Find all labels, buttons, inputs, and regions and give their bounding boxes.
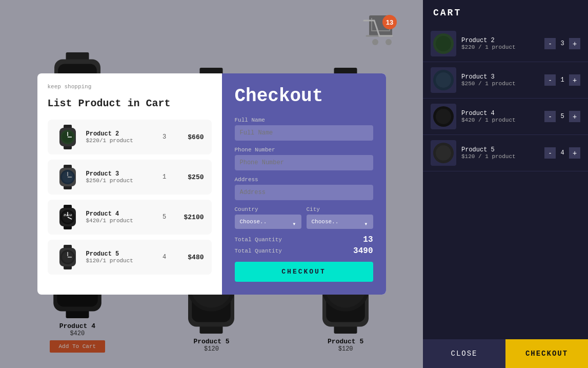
cart-icon-area[interactable]: 13 bbox=[359, 13, 400, 54]
sidebar-item-name-1: Product 3 bbox=[461, 73, 539, 81]
svg-point-60 bbox=[386, 39, 392, 45]
city-select[interactable]: Choose.. bbox=[307, 215, 373, 229]
sidebar-watch-0 bbox=[431, 31, 456, 56]
cart-row-3: Product 5 $120/1 product 4 $480 bbox=[48, 240, 212, 275]
country-city-row: Country Choose.. City Choose.. bbox=[235, 206, 373, 235]
svg-point-68 bbox=[436, 109, 451, 124]
sidebar-qty-increase-2[interactable]: + bbox=[569, 111, 580, 122]
svg-point-59 bbox=[372, 39, 378, 45]
keep-shopping-link[interactable]: keep shopping bbox=[48, 84, 212, 90]
sidebar-qty-increase-0[interactable]: + bbox=[569, 38, 580, 49]
close-button[interactable]: CLOSE bbox=[423, 339, 505, 368]
sidebar-item-name-3: Product 5 bbox=[461, 146, 539, 153]
country-label: Country bbox=[235, 206, 301, 212]
cart-item-total-3: $480 bbox=[176, 254, 204, 261]
sidebar-qty-value-2: 5 bbox=[558, 113, 566, 120]
sidebar-qty-increase-3[interactable]: + bbox=[569, 147, 580, 159]
full-name-label: Full Name bbox=[235, 117, 373, 123]
svg-point-64 bbox=[436, 36, 451, 51]
total-price-row: Total Quantity 3490 bbox=[235, 246, 373, 256]
sidebar-item-2: Product 4 $420 / 1 product - 5 + bbox=[423, 99, 588, 135]
modal-right: Checkout Full Name Phone Number Address … bbox=[222, 73, 386, 295]
cart-item-qty-2: 5 bbox=[159, 214, 170, 221]
phone-input[interactable] bbox=[235, 155, 373, 170]
cart-item-name-2: Product 4 bbox=[86, 210, 153, 218]
cart-row-2: ZULU Product 4 $420/1 product 5 $2100 bbox=[48, 200, 212, 235]
sidebar-qty-value-0: 3 bbox=[558, 40, 566, 47]
sidebar-item-1: Product 3 $250 / 1 product - 1 + bbox=[423, 62, 588, 99]
cart-item-qty-3: 4 bbox=[159, 254, 170, 261]
cart-watch-thumb-3 bbox=[55, 245, 80, 269]
sidebar-qty-controls-0: - 3 + bbox=[544, 38, 580, 49]
checkout-submit-button[interactable]: CHECKOUT bbox=[235, 262, 373, 282]
total-price-value: 3490 bbox=[353, 246, 373, 256]
sidebar-item-3: Product 5 $120 / 1 product - 4 + bbox=[423, 135, 588, 171]
total-price-label: Total Quantity bbox=[235, 248, 282, 254]
sidebar-qty-controls-2: - 5 + bbox=[544, 111, 580, 122]
cart-item-unit-0: $220/1 product bbox=[86, 138, 153, 144]
sidebar-qty-decrease-2[interactable]: - bbox=[544, 111, 556, 122]
cart-item-unit-1: $250/1 product bbox=[86, 178, 153, 184]
sidebar-item-name-0: Product 2 bbox=[461, 37, 539, 44]
cart-item-total-0: $660 bbox=[176, 133, 204, 141]
sidebar-item-name-2: Product 4 bbox=[461, 110, 539, 117]
cart-row-0: Product 2 $220/1 product 3 $660 bbox=[48, 120, 212, 154]
cart-item-name-1: Product 3 bbox=[86, 170, 153, 178]
checkout-button-sidebar[interactable]: CHECKOUT bbox=[505, 339, 588, 368]
sidebar-qty-increase-1[interactable]: + bbox=[569, 74, 580, 86]
sidebar-item-price-2: $420 / 1 product bbox=[461, 117, 539, 123]
sidebar-watch-1 bbox=[431, 67, 456, 93]
country-col: Country Choose.. bbox=[235, 206, 301, 235]
total-qty-label: Total Quantity bbox=[235, 237, 282, 243]
sidebar-qty-decrease-3[interactable]: - bbox=[544, 147, 556, 159]
country-select[interactable]: Choose.. bbox=[235, 215, 301, 229]
cart-item-name-0: Product 2 bbox=[86, 130, 153, 138]
svg-point-70 bbox=[436, 145, 451, 161]
cart-watch-thumb-1 bbox=[55, 165, 80, 189]
country-select-wrapper: Choose.. bbox=[235, 215, 301, 235]
cart-watch-thumb-0 bbox=[55, 125, 80, 149]
cart-item-unit-3: $120/1 product bbox=[86, 258, 153, 264]
sidebar-title: CART bbox=[423, 0, 588, 26]
modal: keep shopping List Product in Cart Produ… bbox=[37, 73, 386, 295]
sidebar-qty-decrease-0[interactable]: - bbox=[544, 38, 556, 49]
cart-item-qty-0: 3 bbox=[159, 133, 170, 141]
sidebar-qty-controls-1: - 1 + bbox=[544, 74, 580, 86]
address-label: Address bbox=[235, 177, 373, 183]
sidebar-watch-2 bbox=[431, 104, 456, 129]
svg-point-66 bbox=[436, 72, 451, 88]
modal-title: List Product in Cart bbox=[48, 98, 212, 109]
sidebar-item-price-3: $120 / 1 product bbox=[461, 153, 539, 160]
city-select-wrapper: Choose.. bbox=[307, 215, 373, 235]
city-label: City bbox=[307, 206, 373, 212]
modal-left: keep shopping List Product in Cart Produ… bbox=[37, 73, 222, 295]
sidebar-item-price-0: $220 / 1 product bbox=[461, 44, 539, 50]
modal-overlay: keep shopping List Product in Cart Produ… bbox=[0, 0, 423, 368]
full-name-input[interactable] bbox=[235, 125, 373, 141]
total-qty-value: 13 bbox=[363, 235, 373, 244]
total-qty-row: Total Quantity 13 bbox=[235, 235, 373, 244]
checkout-heading: Checkout bbox=[235, 86, 373, 107]
phone-label: Phone Number bbox=[235, 147, 373, 153]
cart-item-qty-1: 1 bbox=[159, 173, 170, 181]
sidebar-watch-3 bbox=[431, 140, 456, 166]
svg-text:13: 13 bbox=[386, 18, 393, 26]
city-col: City Choose.. bbox=[307, 206, 373, 235]
sidebar-qty-decrease-1[interactable]: - bbox=[544, 74, 556, 86]
sidebar-qty-controls-3: - 4 + bbox=[544, 147, 580, 159]
cart-item-total-1: $250 bbox=[176, 173, 204, 181]
sidebar-item-0: Product 2 $220 / 1 product - 3 + bbox=[423, 26, 588, 62]
cart-item-name-3: Product 5 bbox=[86, 250, 153, 258]
sidebar-qty-value-1: 1 bbox=[558, 76, 566, 84]
address-input[interactable] bbox=[235, 185, 373, 200]
cart-watch-thumb-2: ZULU bbox=[55, 205, 80, 229]
cart-item-total-2: $2100 bbox=[176, 214, 204, 221]
cart-item-unit-2: $420/1 product bbox=[86, 218, 153, 224]
sidebar-qty-value-3: 4 bbox=[558, 149, 566, 157]
sidebar-item-price-1: $250 / 1 product bbox=[461, 81, 539, 87]
sidebar-footer: CLOSE CHECKOUT bbox=[423, 339, 588, 368]
cart-row-1: Product 3 $250/1 product 1 $250 bbox=[48, 160, 212, 195]
cart-icon: 13 bbox=[359, 13, 400, 51]
cart-sidebar: CART Product 2 $220 / 1 product - 3 + Pr… bbox=[423, 0, 588, 368]
